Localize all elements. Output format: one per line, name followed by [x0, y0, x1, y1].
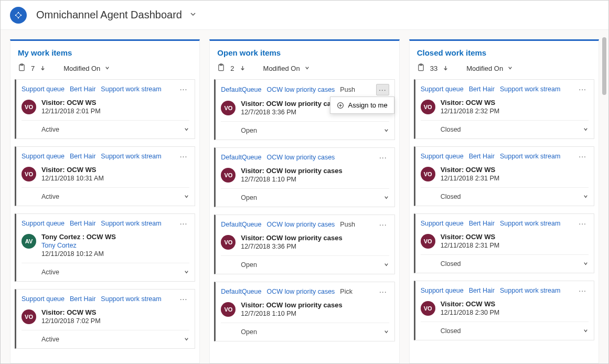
chevron-down-icon[interactable] — [383, 126, 389, 135]
work-item-card[interactable]: Support queueBert HairSupport work strea… — [15, 289, 195, 349]
sort-arrow-icon[interactable] — [240, 65, 245, 72]
work-item-card[interactable]: DefaultQueueOCW low priority casesPick ·… — [214, 282, 394, 341]
chevron-down-icon[interactable] — [583, 125, 589, 134]
card-link[interactable]: DefaultQueue — [221, 221, 261, 228]
work-item-card[interactable]: Support queueBert HairSupport work strea… — [15, 213, 195, 282]
card-links: DefaultQueueOCW low priority casesPush — [221, 221, 355, 228]
card-links: Support queueBert HairSupport work strea… — [22, 153, 162, 160]
card-link[interactable]: OCW low priority cases — [266, 221, 335, 228]
card-link[interactable]: Support work stream — [500, 85, 560, 93]
card-links: DefaultQueueOCW low priority casesPush — [221, 86, 355, 93]
chevron-down-icon[interactable] — [583, 259, 589, 269]
card-link[interactable]: Bert Hair — [469, 287, 495, 294]
card-link[interactable]: Support work stream — [101, 295, 161, 303]
title-dropdown-icon[interactable] — [189, 10, 197, 20]
card-link[interactable]: Support queue — [22, 85, 65, 93]
chevron-down-icon[interactable] — [184, 335, 189, 344]
card-status: Active — [41, 126, 59, 133]
card-more-button[interactable]: ··· — [377, 152, 389, 163]
avatar: VO — [221, 101, 236, 115]
chevron-down-icon[interactable] — [507, 65, 513, 72]
card-more-button[interactable]: ··· — [576, 151, 589, 162]
card-link[interactable]: Bert Hair — [469, 220, 495, 227]
card-more-button[interactable]: ··· — [377, 219, 389, 230]
chevron-down-icon[interactable] — [583, 326, 589, 336]
card-link[interactable]: Bert Hair — [469, 153, 495, 160]
chevron-down-icon[interactable] — [383, 327, 389, 337]
work-item-card[interactable]: DefaultQueueOCW low priority casesPush ·… — [214, 215, 394, 274]
card-links: Support queueBert HairSupport work strea… — [421, 85, 561, 93]
card-link[interactable]: Support work stream — [101, 85, 161, 93]
sort-arrow-icon[interactable] — [40, 65, 46, 72]
card-title: Visitor: OCW WS — [441, 99, 500, 106]
card-link[interactable]: Bert Hair — [70, 295, 95, 303]
avatar: VO — [221, 235, 236, 250]
assign-popover[interactable]: Assign to me — [330, 97, 394, 114]
card-date: 12/11/2018 2:31 PM — [441, 175, 500, 182]
assign-label: Assign to me — [348, 101, 388, 109]
card-links: Support queueBert HairSupport work strea… — [22, 220, 162, 227]
page-header: Omnichannel Agent Dashboard — [1, 1, 608, 30]
card-link[interactable]: Support work stream — [101, 220, 161, 227]
card-more-button[interactable]: ··· — [178, 294, 190, 304]
card-status: Active — [41, 269, 59, 276]
card-status: Closed — [441, 327, 461, 335]
clipboard-icon[interactable] — [417, 63, 425, 73]
card-more-button[interactable]: ··· — [576, 84, 589, 94]
work-item-card[interactable]: DefaultQueueOCW low priority cases ··· V… — [214, 147, 394, 207]
work-item-card[interactable]: Support queueBert HairSupport work strea… — [414, 79, 594, 139]
clipboard-icon[interactable] — [217, 63, 225, 73]
chevron-down-icon[interactable] — [383, 260, 389, 270]
work-item-card[interactable]: DefaultQueueOCW low priority casesPush ·… — [214, 79, 394, 140]
card-more-button[interactable]: ··· — [377, 286, 389, 297]
card-sublink[interactable]: Tony Cortez — [41, 242, 116, 249]
card-link[interactable]: Support work stream — [500, 287, 560, 294]
card-more-button[interactable]: ··· — [576, 285, 589, 296]
card-link[interactable]: Support queue — [22, 295, 65, 303]
card-link[interactable]: Support queue — [22, 220, 65, 227]
card-link[interactable]: Support work stream — [500, 153, 560, 160]
avatar: VO — [22, 167, 36, 181]
card-link[interactable]: OCW low priority cases — [266, 288, 335, 295]
work-item-card[interactable]: Support queueBert HairSupport work strea… — [414, 213, 594, 273]
card-more-button[interactable]: ··· — [178, 218, 190, 229]
card-more-button[interactable]: ··· — [576, 218, 589, 229]
card-link[interactable]: Support queue — [22, 153, 65, 160]
chevron-down-icon[interactable] — [104, 65, 110, 72]
card-link[interactable]: Support work stream — [500, 220, 560, 227]
card-link[interactable]: OCW low priority cases — [266, 154, 335, 161]
work-item-card[interactable]: Support queueBert HairSupport work strea… — [15, 146, 195, 206]
work-item-card[interactable]: Support queueBert HairSupport work strea… — [15, 79, 195, 139]
work-column: Open work items 2 Modified On DefaultQue… — [209, 39, 399, 363]
chevron-down-icon[interactable] — [304, 65, 310, 72]
avatar: VO — [221, 168, 236, 183]
chevron-down-icon[interactable] — [383, 193, 389, 202]
card-more-button[interactable]: ··· — [376, 84, 389, 95]
card-link[interactable]: DefaultQueue — [221, 288, 261, 295]
card-more-button[interactable]: ··· — [178, 84, 190, 94]
chevron-down-icon[interactable] — [184, 267, 189, 277]
card-link[interactable]: Support work stream — [101, 153, 161, 160]
work-item-card[interactable]: Support queueBert HairSupport work strea… — [414, 146, 594, 206]
clipboard-icon[interactable] — [18, 63, 26, 73]
work-item-card[interactable]: Support queueBert HairSupport work strea… — [414, 281, 594, 340]
chevron-down-icon[interactable] — [184, 192, 189, 201]
card-more-button[interactable]: ··· — [178, 151, 190, 162]
card-link[interactable]: Bert Hair — [70, 85, 95, 93]
card-status: Open — [241, 328, 257, 336]
card-link[interactable]: Bert Hair — [469, 85, 495, 93]
card-link[interactable]: Support queue — [421, 220, 464, 227]
card-link[interactable]: Support queue — [421, 287, 464, 294]
card-title: Visitor: OCW WS — [41, 308, 101, 316]
card-link[interactable]: Bert Hair — [70, 220, 95, 227]
sort-arrow-icon[interactable] — [443, 65, 448, 72]
chevron-down-icon[interactable] — [184, 125, 189, 134]
card-link[interactable]: DefaultQueue — [221, 154, 261, 161]
card-title: Visitor: OCW low priority cases — [241, 167, 342, 175]
card-link[interactable]: DefaultQueue — [221, 86, 261, 93]
card-link[interactable]: Bert Hair — [70, 153, 95, 160]
card-link[interactable]: Support queue — [421, 153, 464, 160]
card-link[interactable]: Support queue — [421, 85, 464, 93]
card-link[interactable]: OCW low priority cases — [266, 86, 335, 93]
chevron-down-icon[interactable] — [583, 192, 589, 201]
